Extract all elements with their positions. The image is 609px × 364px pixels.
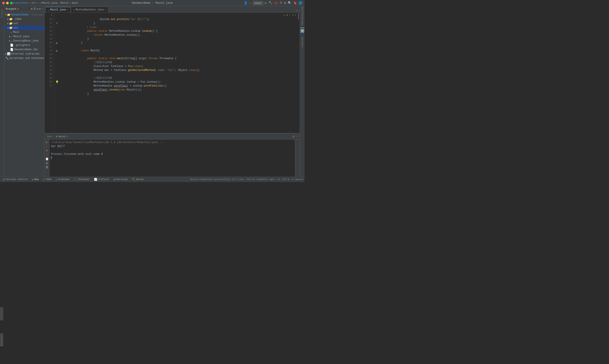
person-icon[interactable]: 👤 <box>244 1 247 5</box>
breadcrumb-sep1: › <box>29 1 30 5</box>
build-icon[interactable]: 🔨 <box>269 1 272 5</box>
tree-item-out[interactable]: ▶ 📁 out <box>4 21 44 26</box>
out-folder-icon: 📁 <box>9 22 13 25</box>
titlebar: DanamicDemo › src › ☕ Main2.java › Main2… <box>0 0 305 6</box>
scrollbar-thumb[interactable] <box>298 13 299 20</box>
tree-item-main[interactable]: ☕ Main <box>4 30 44 34</box>
code-line-27: } <box>62 88 297 92</box>
code-editor[interactable]: System.out.println("bar 执行了"); } 1 usage… <box>60 13 297 133</box>
run-tab-main2[interactable]: ▶ Main2 ✕ <box>55 134 69 139</box>
notifications-label[interactable]: Notifications <box>301 7 304 26</box>
toolbar-run-icon: ▶ <box>32 178 34 181</box>
text-cursor <box>51 156 52 159</box>
notifications-button[interactable]: 🔔 <box>300 29 304 33</box>
breadcrumb-class[interactable]: Main2 <box>61 1 68 5</box>
run-panel: Run: ▶ Main2 ✕ ⚙ ─ ▶ ↑ ■ ↓ 📋 � <box>45 133 300 177</box>
tree-item-extlibs[interactable]: ▶ 📊 External Libraries <box>4 52 44 56</box>
tree-item-src[interactable]: ▼ 📁 src <box>4 26 44 30</box>
run-console-process: Process finished with exit code 0 <box>51 152 293 156</box>
breadcrumb-method[interactable]: main <box>72 1 78 5</box>
code-line-13: } <box>62 33 297 37</box>
breadcrumb-src[interactable]: src <box>31 1 36 5</box>
breadcrumb-project[interactable]: DanamicDemo <box>11 1 28 5</box>
tree-item-main2[interactable]: ▶ ☕ Main2.java <box>4 34 44 39</box>
run-gutter-16[interactable]: ▶ <box>54 41 60 45</box>
toolbar-right: 👤 ← Main2 ▶ 🔨 🐞 ⏱ ⚙ 🔍 🔖 🌐 <box>244 1 302 5</box>
close-button[interactable] <box>2 2 5 4</box>
code-line-18: public static void main(String[] args) t… <box>62 53 297 56</box>
tree-item-running[interactable]: ▶ ☕ RunningRace.java <box>4 39 44 43</box>
tree-item-iml[interactable]: 📄 DanamicDemo.iml <box>4 47 44 52</box>
breadcrumb: DanamicDemo › src › ☕ Main2.java › Main2… <box>11 1 78 5</box>
toolbar-build[interactable]: 🔨 Build <box>131 178 144 181</box>
scope-icon[interactable]: ⊞ <box>31 7 32 11</box>
breadcrumb-file[interactable]: ☕ Main2.java <box>39 1 57 5</box>
warning-badge: ⚠ 1 <box>284 13 288 16</box>
editor-content: 9 10 11 12 13 14 15 16 17 18 19 20 21 22… <box>45 13 300 133</box>
bookmark-icon[interactable]: 🔖 <box>293 1 297 5</box>
idea-folder-icon: 📁 <box>9 17 13 21</box>
run-scroll-down-icon[interactable]: ↓ <box>46 153 48 156</box>
toolbar-services[interactable]: ⚙ Services <box>113 178 129 181</box>
bulb-gutter-26[interactable]: 💡 <box>54 80 60 84</box>
services-icon: ⚙ <box>114 178 115 181</box>
project-dropdown-icon[interactable]: ▼ <box>17 8 19 11</box>
run-play-icon[interactable]: ▶ <box>46 141 48 144</box>
clock-icon[interactable]: ⏱ <box>280 1 283 5</box>
breadcrumb-sep2: › <box>37 1 39 5</box>
run-trash-icon[interactable]: 🗑 <box>45 166 48 169</box>
search-icon[interactable]: 🔍 <box>288 1 291 5</box>
tab-methodhandles-close[interactable]: ✕ <box>105 9 106 11</box>
tree-idea-label: .idea <box>13 18 21 21</box>
run-stop-icon[interactable]: ■ <box>46 149 48 152</box>
run-dump-icon[interactable]: 📋 <box>45 157 49 161</box>
run-tab-close[interactable]: ✕ <box>66 135 68 138</box>
tree-extlibs-label: External Libraries <box>11 52 39 55</box>
globe-icon[interactable]: 🌐 <box>299 1 302 5</box>
debug-icon[interactable]: 🐞 <box>274 1 278 5</box>
run-minimize-icon[interactable]: ─ <box>296 135 298 138</box>
gear-icon[interactable]: ⚙ <box>39 7 41 11</box>
run-settings-icon[interactable]: ⚙ <box>293 135 294 138</box>
database-label[interactable]: Database <box>301 37 303 48</box>
code-line-11: 1 usage <box>62 21 297 25</box>
run-config-button[interactable]: Main2 <box>253 1 263 5</box>
code-line-11b: public static MethodHandles.Lookup looku… <box>62 25 297 29</box>
back-icon[interactable]: ← <box>249 1 251 5</box>
tab-main2[interactable]: ☕ Main2.java ✕ <box>45 7 70 13</box>
toolbar-version-control[interactable]: ⎇ Version Control <box>1 178 28 181</box>
project-sidebar-label[interactable]: Project <box>1 9 3 18</box>
run-icon[interactable]: ▶ <box>265 1 267 5</box>
code-line-10: } <box>62 17 297 21</box>
toolbar-terminal[interactable]: ⬛ Terminal <box>73 178 91 181</box>
run-tab-label: Run: <box>46 135 54 138</box>
minimize-panel-icon[interactable]: ─ <box>41 7 43 11</box>
run-scroll-up-icon[interactable]: ↑ <box>46 145 48 148</box>
tree-item-gitignore[interactable]: 📄 .gitignore <box>4 43 44 47</box>
expand-warnings-icon[interactable]: ∧ <box>295 13 296 16</box>
tree-item-root[interactable]: ▼ 📁 DanamicDemo ~/Downloads/code/jike/Da… <box>4 13 44 17</box>
tree-item-scratches[interactable]: 🔧 Scratches and Consoles <box>4 56 44 60</box>
flatten-icon[interactable]: ☰ <box>33 7 36 11</box>
toolbar-profiler[interactable]: 📈 Profiler <box>93 178 110 181</box>
editor-tabs: ☕ Main2.java ✕ ☕ MethodHandles.java ✕ ⋯ <box>45 6 300 13</box>
minimize-button[interactable] <box>6 2 9 4</box>
bottom-toolbar: ⎇ Version Control ▶ Run ☑ TODO ⚠ Problem… <box>0 177 305 182</box>
toolbar-problems[interactable]: ⚠ Problems <box>55 178 70 181</box>
terminal-icon: ⬛ <box>74 178 77 181</box>
filter-icon[interactable]: ⊟ <box>37 7 38 11</box>
run-gutter-18[interactable]: ▶ <box>54 49 60 53</box>
tab-methodhandles[interactable]: ☕ MethodHandles.java ✕ <box>71 7 108 13</box>
toolbar-todo[interactable]: ☑ TODO <box>42 178 52 181</box>
run-console[interactable]: /Library/Java/JavaVirtualMachines/jdk-1.… <box>49 140 295 177</box>
tab-main2-close[interactable]: ✕ <box>67 9 68 11</box>
run-print-icon[interactable]: 🖨 <box>45 162 48 165</box>
toolbar-run[interactable]: ▶ Run <box>31 178 39 181</box>
run-console-empty <box>51 148 293 152</box>
more-tabs-icon[interactable]: ⋯ <box>296 9 300 13</box>
extlibs-icon: 📊 <box>7 52 11 56</box>
tree-item-idea[interactable]: ▶ 📁 .idea <box>4 17 44 21</box>
settings-icon[interactable]: ⚙ <box>284 1 286 5</box>
code-line-19: //获取方法对象 <box>62 56 297 60</box>
toolbar-run-label: Run <box>34 178 39 181</box>
